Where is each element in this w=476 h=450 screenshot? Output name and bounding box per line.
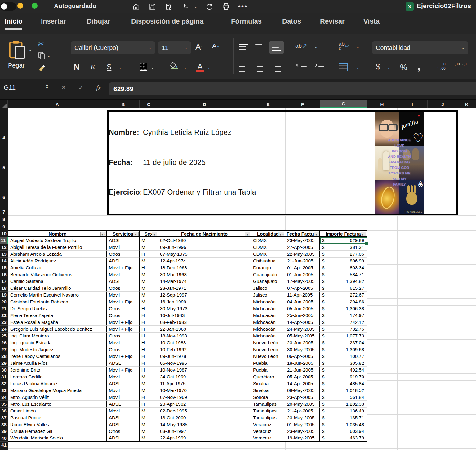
cell-r25-cD[interactable]: 18-Nov-1998	[158, 333, 251, 339]
cell-r27-cD[interactable]: 10-Feb-1992	[158, 346, 251, 353]
row-header-28[interactable]: 28	[0, 353, 8, 360]
cell-r11-cC[interactable]: M	[140, 237, 158, 244]
cell-r16-cD[interactable]: 30-Mar-1968	[158, 271, 251, 278]
row-header-36[interactable]: 36	[0, 408, 8, 414]
cell-r30-cG[interactable]: $492.54	[320, 367, 367, 373]
row-header-24[interactable]: 24	[0, 326, 8, 333]
tab-f-rmulas[interactable]: Fórmulas	[231, 17, 262, 25]
cell-r12-cC[interactable]: M	[140, 244, 158, 251]
underline-button[interactable]: S	[107, 63, 111, 71]
cell-r31-cB[interactable]: Movil	[107, 373, 140, 380]
cell-r27-cG[interactable]: $1,309.68	[320, 346, 367, 353]
cell-r18-cG[interactable]: $615.27	[320, 285, 367, 292]
cell-r12-cF[interactable]: 27-Apr-2005	[285, 244, 320, 251]
cell-r31-cC[interactable]: M	[140, 373, 158, 380]
enter-icon[interactable]: ✓	[78, 84, 84, 92]
column-header-K[interactable]: K	[458, 100, 476, 108]
row-header-17[interactable]: 17	[0, 278, 8, 285]
cell-r14-cE[interactable]: Chihuahua	[251, 258, 285, 264]
tab-disposici-n-de-p-gina[interactable]: Disposición de página	[131, 17, 203, 25]
cell-r23-cF[interactable]: 14-Apr-2005	[285, 319, 320, 326]
cell-r24-cA[interactable]: Gregorio Luis Miguel Escobedo Benítez	[8, 326, 107, 333]
sort-filter-button[interactable]: ▼↓	[361, 232, 366, 237]
font-size-select[interactable]: 11⌄	[158, 41, 191, 54]
table-header-3[interactable]: Fecha de Nacimiento▼	[158, 230, 251, 237]
cell-r31-cA[interactable]: Lorenzo Cedillo	[8, 373, 107, 380]
fill-color-dropdown-icon[interactable]: ⌄	[184, 65, 187, 70]
cell-r39-cC[interactable]: M	[140, 428, 158, 435]
cell-r20-cC[interactable]: M	[140, 298, 158, 305]
cell-r31-cD[interactable]: 24-Oct-1999	[158, 373, 251, 380]
cell-r15-cC[interactable]: H	[140, 264, 158, 271]
cell-r31-cG[interactable]: $919.70	[320, 373, 367, 380]
currency-format-button[interactable]: $	[376, 62, 380, 72]
cell-r22-cD[interactable]: 16-Jul-1983	[158, 312, 251, 319]
row-header-25[interactable]: 25	[0, 333, 8, 339]
cell-r19-cD[interactable]: 12-Sep-1997	[158, 292, 251, 298]
cell-r34-cC[interactable]: H	[140, 394, 158, 401]
tab-vista[interactable]: Vista	[363, 17, 380, 25]
column-header-C[interactable]: C	[140, 100, 158, 108]
row-header-21[interactable]: 21	[0, 305, 8, 312]
cell-r11-cD[interactable]: 02-Oct-1980	[158, 237, 251, 244]
cell-r12-cD[interactable]: 09-Jun-1996	[158, 244, 251, 251]
cell-r12-cA[interactable]: Abigail Teresa de la Fuente Portillo	[8, 244, 107, 251]
cell-r17-cB[interactable]: ADSL	[107, 278, 140, 285]
cell-r12-cG[interactable]: $381.31	[320, 244, 367, 251]
cell-r24-cG[interactable]: $732.75	[320, 326, 367, 333]
cell-r13-cF[interactable]: 22-May-2005	[285, 251, 320, 258]
cell-r33-cG[interactable]: $1,018.52	[320, 387, 367, 394]
cell-r40-cE[interactable]: Veracruz	[251, 435, 285, 442]
autosave-toggle[interactable]	[0, 2, 16, 11]
function-icon[interactable]: fx	[96, 84, 101, 92]
cell-r35-cC[interactable]: H	[140, 401, 158, 408]
paste-button[interactable]: ⌄ Pegar	[8, 40, 27, 69]
undo-icon[interactable]	[181, 2, 191, 11]
orientation-dropdown-icon[interactable]: ⌄	[314, 45, 318, 49]
cell-r28-cF[interactable]: 06-Apr-2005	[285, 353, 320, 360]
cell-r17-cE[interactable]: Guanajuato	[251, 278, 285, 285]
text-orientation-icon[interactable]: ab↗	[295, 42, 307, 50]
cell-r20-cA[interactable]: Cristobal Estefanía Robledo	[8, 298, 107, 305]
cell-r16-cG[interactable]: $584.71	[320, 271, 367, 278]
cell-r34-cE[interactable]: Sonora	[251, 394, 285, 401]
cell-r34-cB[interactable]: Movil	[107, 394, 140, 401]
row-header-39[interactable]: 39	[0, 428, 8, 435]
cell-r38-cG[interactable]: $1,035.48	[320, 421, 367, 428]
row-header-15[interactable]: 15	[0, 264, 8, 271]
cell-r23-cE[interactable]: Michoacán	[251, 319, 285, 326]
row-header-9[interactable]: 9	[0, 223, 8, 230]
cell-r24-cD[interactable]: 22-Jan-1969	[158, 326, 251, 333]
cell-r15-cF[interactable]: 01-Apr-2005	[285, 264, 320, 271]
cell-r32-cE[interactable]: Sinaloa	[251, 380, 285, 387]
row-header-8[interactable]: 8	[0, 215, 8, 223]
cell-r37-cA[interactable]: Pascual Ponce	[8, 414, 107, 421]
cell-r36-cG[interactable]: $136.49	[320, 408, 367, 414]
cell-r24-cC[interactable]: H	[140, 326, 158, 333]
cell-r23-cB[interactable]: Movil + Fijo	[107, 319, 140, 326]
cell-r15-cB[interactable]: Movil + Fijo	[107, 264, 140, 271]
number-format-select[interactable]: Contabilidad⌄	[372, 41, 468, 54]
table-header-0[interactable]: Nombre▼↑	[8, 230, 107, 237]
cell-r34-cA[interactable]: Mtro. Agustín Véliz	[8, 394, 107, 401]
cell-r13-cA[interactable]: Abraham Arreola Lozada	[8, 251, 107, 258]
cell-r22-cC[interactable]: H	[140, 312, 158, 319]
cell-r29-cE[interactable]: Puebla	[251, 360, 285, 367]
row-header-23[interactable]: 23	[0, 319, 8, 326]
cell-r32-cB[interactable]: ADSL	[107, 380, 140, 387]
cell-r38-cF[interactable]: 01-May-2005	[285, 421, 320, 428]
cell-r11-cF[interactable]: 23-May-2005	[285, 237, 320, 244]
row-header-38[interactable]: 38	[0, 421, 8, 428]
row-header-13[interactable]: 13	[0, 251, 8, 258]
row-header-37[interactable]: 37	[0, 414, 8, 421]
save-icon[interactable]	[147, 2, 158, 11]
cell-r39-cB[interactable]: Otros	[107, 428, 140, 435]
cell-r35-cD[interactable]: 23-Apr-1982	[158, 401, 251, 408]
cell-r14-cC[interactable]: M	[140, 258, 158, 264]
row-header-4[interactable]: 4	[0, 110, 8, 141]
formula-input[interactable]: 629.89	[109, 82, 476, 95]
cell-r24-cB[interactable]: Movil + Fijo	[107, 326, 140, 333]
column-header-F[interactable]: F	[285, 100, 320, 108]
cell-r26-cC[interactable]: H	[140, 339, 158, 346]
cell-r39-cF[interactable]: 23-May-2005	[285, 428, 320, 435]
